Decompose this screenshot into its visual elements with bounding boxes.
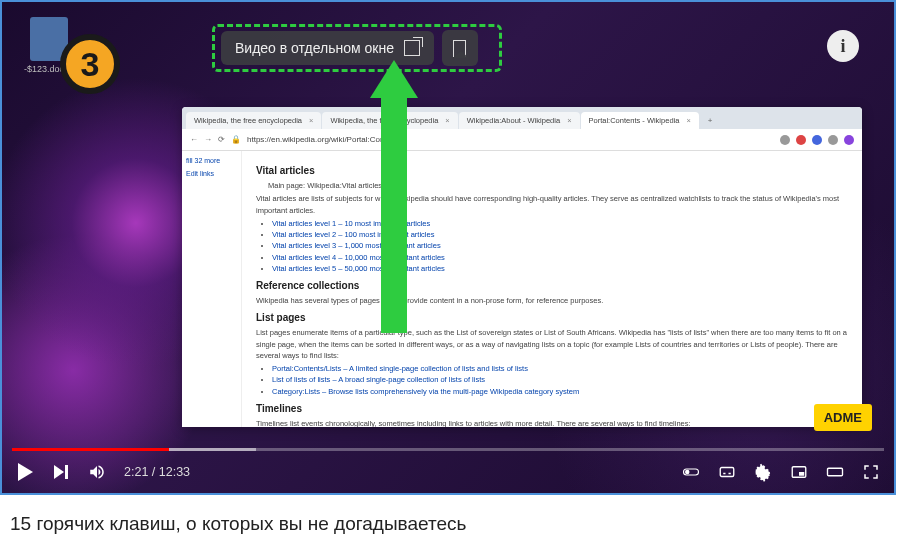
time-display: 2:21 / 12:33 <box>124 465 190 479</box>
browser-tab-active[interactable]: Portal:Contents - Wikipedia× <box>581 112 699 129</box>
wiki-sidebar: fill 32 more Edit links <box>182 151 242 427</box>
tip-number-badge: 3 <box>60 34 120 94</box>
info-icon[interactable]: i <box>827 30 859 62</box>
svg-rect-2 <box>720 468 734 477</box>
video-title[interactable]: 15 горячих клавиш, о которых вы не догад… <box>0 495 900 535</box>
pip-button-label: Видео в отдельном окне <box>235 40 394 56</box>
new-tab-button[interactable]: + <box>700 112 721 129</box>
captions-button[interactable] <box>718 463 736 481</box>
player-controls: 2:21 / 12:33 <box>2 451 894 493</box>
play-icon <box>18 463 33 481</box>
bookmark-icon <box>453 40 466 57</box>
next-button[interactable] <box>52 463 70 481</box>
fullscreen-icon <box>862 462 880 482</box>
browser-window: Wikipedia, the free encyclopedia× Wikipe… <box>182 107 862 427</box>
browser-tab[interactable]: Wikipedia, the free encyclopedia× <box>186 112 321 129</box>
settings-button[interactable] <box>754 463 772 481</box>
svg-point-1 <box>685 470 690 475</box>
external-window-icon <box>404 40 420 56</box>
gear-icon <box>754 462 772 482</box>
pip-highlight-box: Видео в отдельном окне <box>212 24 502 72</box>
tutorial-arrow <box>380 60 418 333</box>
url-text: https://en.wikipedia.org/wiki/Portal:Con… <box>247 135 774 144</box>
volume-button[interactable] <box>88 463 106 481</box>
address-bar[interactable]: ←→⟳ 🔒 https://en.wikipedia.org/wiki/Port… <box>182 129 862 151</box>
fullscreen-button[interactable] <box>862 463 880 481</box>
play-button[interactable] <box>16 463 34 481</box>
autoplay-toggle[interactable] <box>682 463 700 481</box>
svg-rect-4 <box>799 472 804 476</box>
bookmark-button[interactable] <box>442 30 478 66</box>
video-player-frame: -$123.docx 3 i Видео в отдельном окне Wi… <box>0 0 896 495</box>
theater-button[interactable] <box>826 463 844 481</box>
adme-watermark: ADME <box>814 404 872 431</box>
volume-icon <box>88 463 106 481</box>
svg-rect-5 <box>828 468 843 476</box>
browser-tabs: Wikipedia, the free encyclopedia× Wikipe… <box>182 107 862 129</box>
miniplayer-button[interactable] <box>790 463 808 481</box>
browser-tab[interactable]: Wikipedia:About - Wikipedia× <box>459 112 580 129</box>
wiki-content: Vital articles Main page: Wikipedia:Vita… <box>242 151 862 427</box>
